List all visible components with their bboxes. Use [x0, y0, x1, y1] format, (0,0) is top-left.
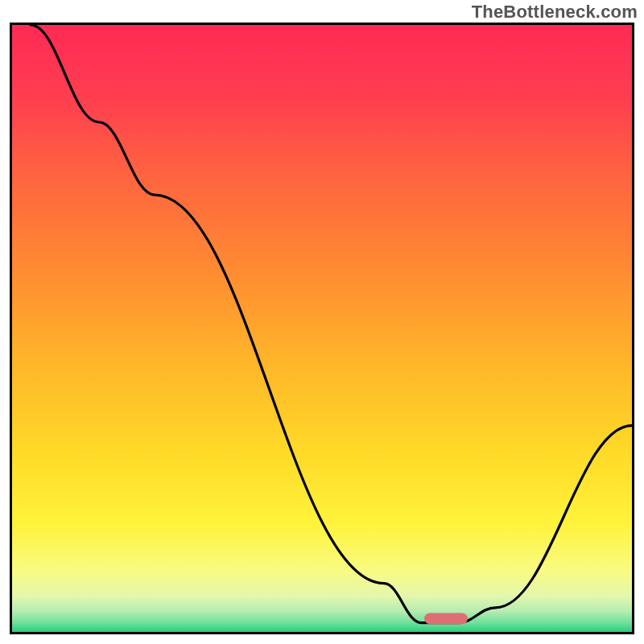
- chart-svg: [12, 25, 632, 632]
- gradient-background: [12, 25, 632, 632]
- optimal-marker: [424, 613, 468, 624]
- watermark-text: TheBottleneck.com: [472, 2, 638, 23]
- chart-frame: TheBottleneck.com: [0, 0, 644, 644]
- plot-area: [10, 23, 634, 634]
